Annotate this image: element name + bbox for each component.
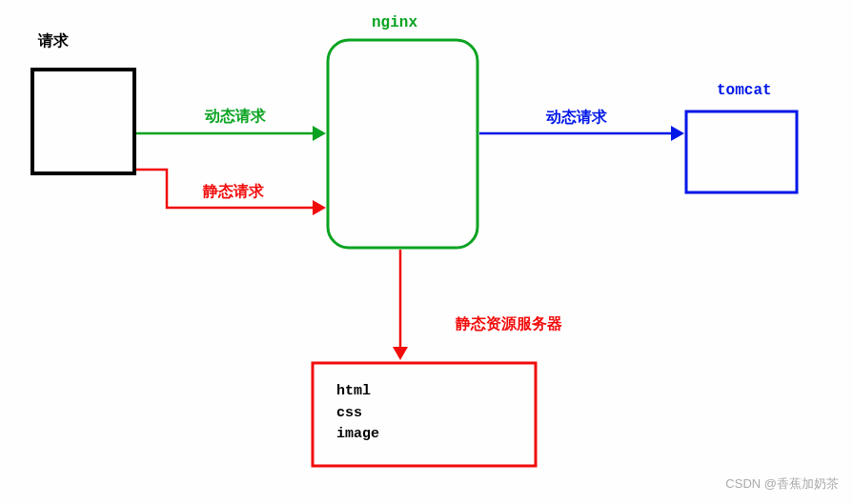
tomcat-box bbox=[686, 111, 797, 192]
diagram-svg bbox=[0, 0, 853, 504]
request-box bbox=[32, 70, 134, 173]
arrow-dynamic-right-head bbox=[671, 126, 684, 141]
arrow-dynamic-left-head bbox=[313, 126, 326, 141]
nginx-box bbox=[328, 40, 477, 248]
arrow-static-left bbox=[136, 170, 318, 208]
arrow-static-down-head bbox=[393, 347, 408, 360]
arrow-static-left-head bbox=[313, 200, 326, 215]
static-box bbox=[313, 363, 536, 466]
